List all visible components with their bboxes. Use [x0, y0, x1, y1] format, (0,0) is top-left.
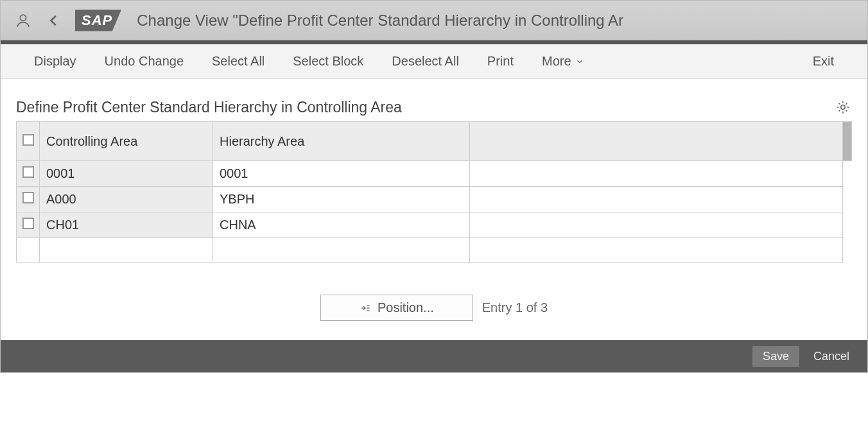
select-block-button[interactable]: Select Block [279, 54, 378, 69]
undo-change-button[interactable]: Undo Change [91, 54, 198, 69]
display-button[interactable]: Display [20, 54, 91, 69]
table-row[interactable]: 0001 0001 [17, 161, 852, 187]
content-area: Define Profit Center Standard Hierarchy … [1, 79, 867, 340]
table-row[interactable]: A000 YBPH [17, 187, 852, 212]
blank-cell [470, 212, 843, 238]
table-row-empty [17, 238, 852, 263]
gear-icon [835, 99, 851, 115]
checkbox-icon [22, 218, 34, 229]
checkbox-icon [22, 134, 34, 146]
column-blank [470, 122, 843, 161]
position-button[interactable]: Position... [320, 295, 473, 321]
empty-cell [470, 238, 843, 263]
toolbar: Display Undo Change Select All Select Bl… [1, 44, 867, 79]
back-icon[interactable] [44, 11, 64, 30]
column-controlling-area[interactable]: Controlling Area [40, 122, 213, 161]
column-hierarchy-area[interactable]: Hierarchy Area [213, 122, 470, 161]
blank-cell [470, 187, 843, 212]
table-footer: Position... Entry 1 of 3 [16, 295, 852, 321]
scrollbar[interactable] [843, 122, 852, 161]
user-icon[interactable] [13, 11, 33, 30]
controlling-area-cell[interactable]: CH01 [40, 212, 213, 238]
settings-button[interactable] [834, 98, 852, 116]
chevron-down-icon [575, 57, 584, 66]
blank-cell [470, 161, 843, 187]
select-all-checkbox-cell[interactable] [17, 122, 40, 161]
footer: Save Cancel [1, 340, 867, 372]
app-window: SAP Change View "Define Profit Center St… [0, 0, 868, 373]
row-checkbox[interactable] [17, 161, 40, 187]
empty-cell [213, 238, 470, 263]
section-title: Define Profit Center Standard Hierarchy … [16, 99, 834, 116]
sap-logo: SAP [75, 10, 121, 31]
checkbox-icon [22, 192, 34, 203]
entry-status: Entry 1 of 3 [482, 300, 548, 315]
hierarchy-area-cell[interactable]: YBPH [213, 187, 470, 212]
svg-point-1 [841, 105, 845, 109]
empty-cell [17, 238, 40, 263]
more-label: More [542, 54, 571, 69]
titlebar: SAP Change View "Define Profit Center St… [1, 1, 867, 40]
table-header-row: Controlling Area Hierarchy Area [17, 122, 852, 161]
controlling-area-cell[interactable]: 0001 [40, 161, 213, 187]
section-header: Define Profit Center Standard Hierarchy … [16, 98, 852, 116]
window-title: Change View "Define Profit Center Standa… [137, 12, 855, 30]
scroll-thumb[interactable] [843, 122, 851, 160]
print-button[interactable]: Print [473, 54, 528, 69]
hierarchy-area-cell[interactable]: 0001 [213, 161, 470, 187]
controlling-area-cell[interactable]: A000 [40, 187, 213, 212]
checkbox-icon [22, 166, 34, 178]
hierarchy-area-cell[interactable]: CHNA [213, 212, 470, 238]
svg-point-0 [20, 15, 26, 21]
row-checkbox[interactable] [17, 187, 40, 212]
exit-button[interactable]: Exit [799, 54, 848, 69]
more-menu[interactable]: More [528, 54, 598, 69]
empty-cell [40, 238, 213, 263]
select-all-button[interactable]: Select All [198, 54, 279, 69]
deselect-all-button[interactable]: Deselect All [378, 54, 473, 69]
data-table: Controlling Area Hierarchy Area 0001 000… [16, 121, 852, 263]
cancel-button[interactable]: Cancel [813, 350, 849, 363]
position-icon [360, 303, 371, 313]
table-row[interactable]: CH01 CHNA [17, 212, 852, 238]
position-label: Position... [378, 300, 434, 315]
save-button[interactable]: Save [752, 346, 799, 367]
row-checkbox[interactable] [17, 212, 40, 238]
